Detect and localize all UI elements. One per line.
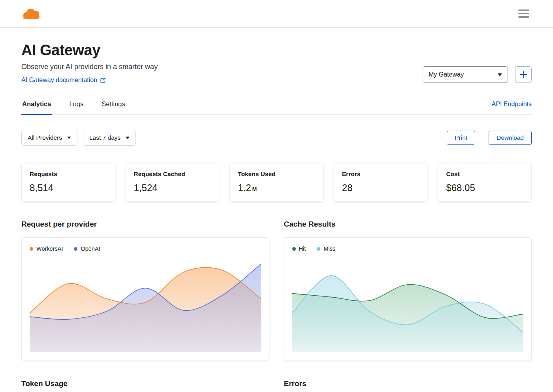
page-subtitle: Observe your AI providers in a smarter w… — [21, 63, 158, 71]
top-nav-bar — [0, 0, 553, 28]
chevron-down-icon — [126, 137, 130, 139]
cache-results-chart — [292, 257, 524, 352]
hamburger-bar — [518, 13, 529, 15]
bottom-sections: Token Usage Errors — [21, 379, 532, 392]
tab-logs[interactable]: Logs — [68, 100, 84, 115]
legend-label: OpenAI — [81, 246, 100, 252]
gateway-select[interactable]: My Gateway — [423, 66, 508, 83]
download-button[interactable]: Download — [489, 131, 532, 145]
request-per-provider-section: Request per provider WorkersAI OpenAI — [21, 220, 269, 360]
stat-card-errors: Errors 28 — [334, 163, 428, 202]
plus-icon — [519, 70, 528, 79]
documentation-link[interactable]: AI Gateway documentation — [21, 77, 106, 84]
legend-item-openai[interactable]: OpenAI — [74, 246, 100, 252]
cloudflare-logo[interactable] — [22, 7, 43, 21]
chart-legend: WorkersAI OpenAI — [30, 246, 261, 252]
cache-results-card: Hit Miss — [284, 237, 532, 360]
stat-card-requests: Requests 8,514 — [21, 163, 115, 202]
legend-dot — [292, 247, 296, 251]
date-range-dropdown[interactable]: Last 7 days — [83, 130, 136, 146]
stat-value: $68.05 — [446, 182, 523, 193]
page-header-left: AI Gateway Observe your AI providers in … — [21, 42, 158, 84]
chevron-down-icon — [498, 73, 502, 76]
stat-label: Tokens Used — [238, 171, 315, 178]
api-endpoints-link[interactable]: API Endpoints — [492, 101, 532, 114]
tab-analytics[interactable]: Analytics — [21, 100, 52, 115]
hamburger-bar — [518, 9, 529, 11]
stat-card-requests-cached: Requests Cached 1,524 — [126, 163, 220, 202]
charts-grid: Request per provider WorkersAI OpenAI Ca… — [21, 220, 532, 360]
gateway-controls: My Gateway — [423, 66, 532, 84]
legend-dot — [30, 247, 33, 251]
section-title: Request per provider — [21, 220, 269, 229]
legend-label: Hit — [299, 246, 306, 252]
stat-value: 1.2M — [238, 182, 315, 193]
date-range-value: Last 7 days — [89, 134, 120, 141]
tab-bar: Analytics Logs Settings API Endpoints — [21, 100, 532, 115]
hamburger-bar — [518, 16, 529, 18]
request-per-provider-card: WorkersAI OpenAI — [21, 237, 269, 360]
page-title: AI Gateway — [21, 42, 158, 59]
stat-value: 28 — [342, 182, 419, 193]
print-button[interactable]: Print — [447, 131, 475, 145]
chevron-down-icon — [67, 137, 71, 139]
chart-legend: Hit Miss — [292, 246, 524, 252]
stat-label: Requests — [30, 171, 107, 178]
documentation-link-label: AI Gateway documentation — [21, 77, 97, 84]
legend-item-miss[interactable]: Miss — [317, 246, 335, 252]
stat-label: Errors — [342, 171, 419, 178]
gateway-select-value: My Gateway — [429, 71, 464, 78]
main-content: AI Gateway Observe your AI providers in … — [0, 42, 553, 392]
legend-dot — [317, 247, 320, 251]
legend-item-hit[interactable]: Hit — [292, 246, 306, 252]
cloudflare-cloud-icon — [22, 7, 43, 21]
section-title: Cache Results — [284, 220, 532, 229]
stat-value: 8,514 — [30, 182, 107, 193]
legend-label: Miss — [324, 246, 335, 252]
stat-card-cost: Cost $68.05 — [438, 163, 532, 202]
provider-filter-dropdown[interactable]: All Providers — [21, 130, 77, 146]
cache-results-section: Cache Results Hit Miss — [284, 220, 532, 360]
stat-value: 1,524 — [134, 182, 211, 193]
tab-settings[interactable]: Settings — [101, 100, 126, 115]
add-gateway-button[interactable] — [515, 66, 532, 83]
legend-item-workersai[interactable]: WorkersAI — [30, 246, 63, 252]
legend-dot — [74, 247, 77, 251]
stat-cards-row: Requests 8,514 Requests Cached 1,524 Tok… — [21, 163, 532, 202]
stat-label: Cost — [446, 171, 523, 178]
legend-label: WorkersAI — [36, 246, 63, 252]
errors-title: Errors — [284, 379, 532, 388]
provider-filter-value: All Providers — [28, 134, 62, 141]
token-usage-title: Token Usage — [21, 379, 269, 388]
filter-bar: All Providers Last 7 days Print Download — [21, 130, 532, 146]
request-per-provider-chart — [30, 257, 261, 352]
hamburger-menu-icon[interactable] — [518, 9, 529, 18]
page-header: AI Gateway Observe your AI providers in … — [21, 42, 532, 84]
stat-label: Requests Cached — [134, 171, 211, 178]
stat-card-tokens-used: Tokens Used 1.2M — [229, 163, 324, 202]
external-link-icon — [100, 77, 106, 83]
